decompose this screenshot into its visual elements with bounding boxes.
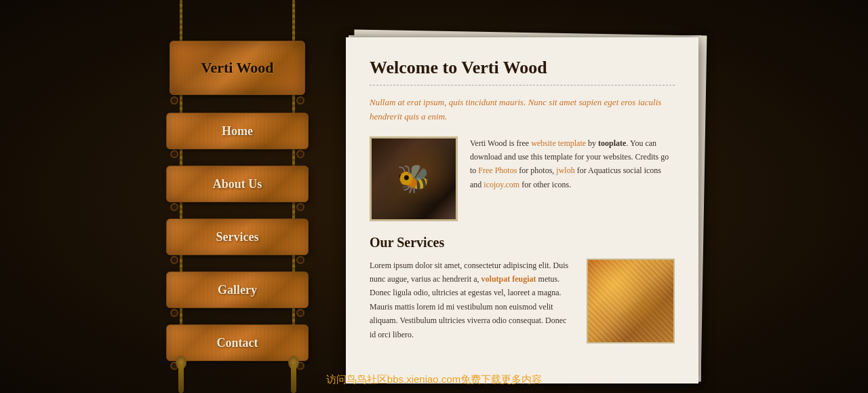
knot-right-3 — [296, 256, 304, 264]
body-text-1: Verti Wood is free — [470, 138, 531, 148]
connector-4 — [166, 308, 309, 318]
connector-3 — [166, 255, 309, 265]
nav-about-us-label: About Us — [213, 177, 262, 191]
connector-5 — [166, 361, 309, 371]
nav-services[interactable]: Services — [166, 219, 309, 255]
knot-left-2 — [170, 203, 178, 211]
body-text-4: for photos, — [517, 166, 556, 175]
main-content: Welcome to Verti Wood Nullam at erat ips… — [346, 37, 698, 383]
knot-right-0 — [296, 96, 304, 105]
body-link-icojoy[interactable]: icojoy.com — [484, 180, 519, 189]
body-link-jwloh[interactable]: jwloh — [556, 166, 574, 175]
site-title: Verti Wood — [201, 59, 274, 77]
intro-paragraph: Nullam at erat ipsum, quis tincidunt mau… — [370, 96, 675, 124]
knot-left-1 — [170, 150, 178, 158]
knot-left-4 — [170, 309, 178, 317]
services-text-1: Lorem ipsum dolor sit amet, consectetur … — [370, 261, 568, 284]
nav-home[interactable]: Home — [166, 113, 309, 149]
body-section: Verti Wood is free website template by t… — [370, 136, 675, 221]
knot-right-2 — [296, 203, 304, 211]
knot-left-3 — [170, 256, 178, 264]
body-text-block: Verti Wood is free website template by t… — [470, 136, 675, 221]
knot-right-1 — [296, 150, 304, 158]
services-image — [587, 259, 675, 343]
nav-services-label: Services — [216, 230, 259, 244]
site-title-board: Verti Wood — [170, 41, 305, 95]
services-link-volutpat[interactable]: volutpat feugiat — [481, 274, 536, 284]
body-text-6: for other icons. — [519, 180, 571, 189]
body-image — [370, 136, 458, 221]
watermark-bar: 访问鸟鸟社区bbs.xieniao.com免费下载更多内容 — [0, 373, 868, 386]
title-divider — [370, 85, 675, 86]
nav-gallery[interactable]: Gallery — [166, 272, 309, 308]
body-text-2: by — [586, 138, 598, 148]
connector-1 — [166, 149, 309, 159]
services-text-2: metus. Donec ligula odio, ultricies at e… — [370, 274, 566, 339]
watermark-text: 访问鸟鸟社区bbs.xieniao.com免费下载更多内容 — [326, 373, 542, 385]
body-text-5: for Aquaticus social icons and — [470, 166, 661, 189]
body-text-3: . You can download and use this template… — [470, 138, 669, 176]
knot-right-4 — [296, 309, 304, 317]
connector-2 — [166, 202, 309, 212]
body-link-website-template[interactable]: website template — [531, 138, 586, 148]
nav-contact[interactable]: Contact — [166, 324, 309, 361]
services-text-block: Lorem ipsum dolor sit amet, consectetur … — [370, 259, 574, 343]
nav-gallery-label: Gallery — [218, 283, 257, 297]
nav-contact-label: Contact — [217, 336, 258, 350]
nav-home-label: Home — [222, 124, 253, 138]
left-menu-panel: Verti Wood Home About Us Services Galler… — [156, 0, 319, 393]
page-title: Welcome to Verti Wood — [370, 58, 675, 78]
knot-left-0 — [170, 96, 178, 105]
nav-about-us[interactable]: About Us — [166, 166, 309, 202]
services-heading: Our Services — [370, 235, 675, 250]
body-link-free-photos[interactable]: Free Photos — [478, 166, 517, 175]
body-link-tooplate: tooplate — [598, 138, 626, 148]
connector-0 — [166, 95, 309, 106]
services-section: Lorem ipsum dolor sit amet, consectetur … — [370, 259, 675, 343]
